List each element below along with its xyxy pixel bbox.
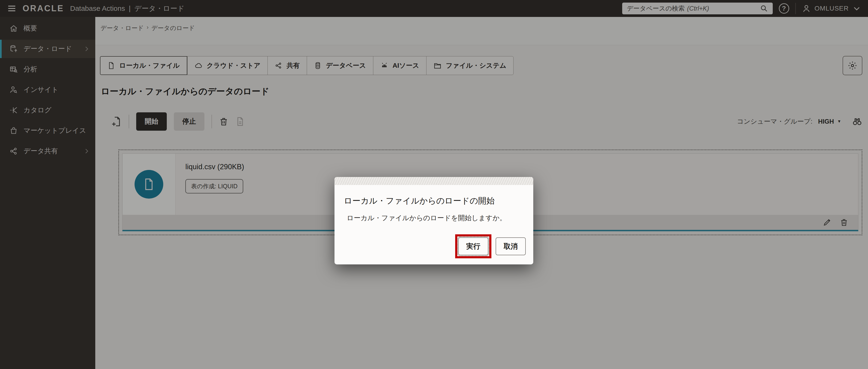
start-load-dialog: ローカル・ファイルからのロードの開始 ローカル・ファイルからのロードを開始します… [335,177,533,264]
cancel-button[interactable]: 取消 [496,237,526,255]
app-root: ORACLE Database Actions | データ・ロード データベース… [0,0,868,369]
dialog-drag-handle[interactable] [335,177,533,185]
dialog-actions: 実行 取消 [335,234,533,264]
annotation-highlight-box: 実行 [455,234,491,258]
dialog-message: ローカル・ファイルからのロードを開始しますか。 [347,213,524,223]
run-button[interactable]: 実行 [458,237,488,255]
dialog-title: ローカル・ファイルからのロードの開始 [344,195,524,206]
